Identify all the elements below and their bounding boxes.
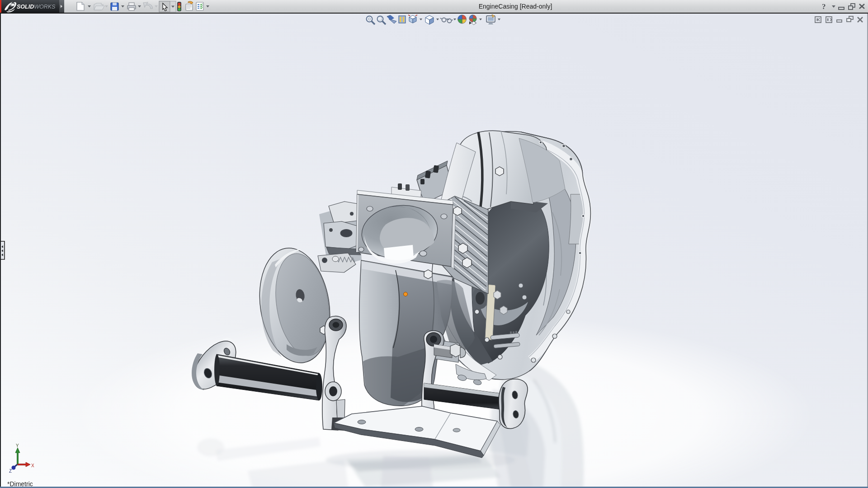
svg-text:Z: Z — [9, 469, 12, 474]
svg-text:?: ? — [822, 2, 826, 11]
svg-text:X: X — [31, 463, 34, 468]
svg-text:SOLIDWORKS: SOLIDWORKS — [17, 4, 56, 10]
svg-text:Y: Y — [16, 443, 19, 448]
